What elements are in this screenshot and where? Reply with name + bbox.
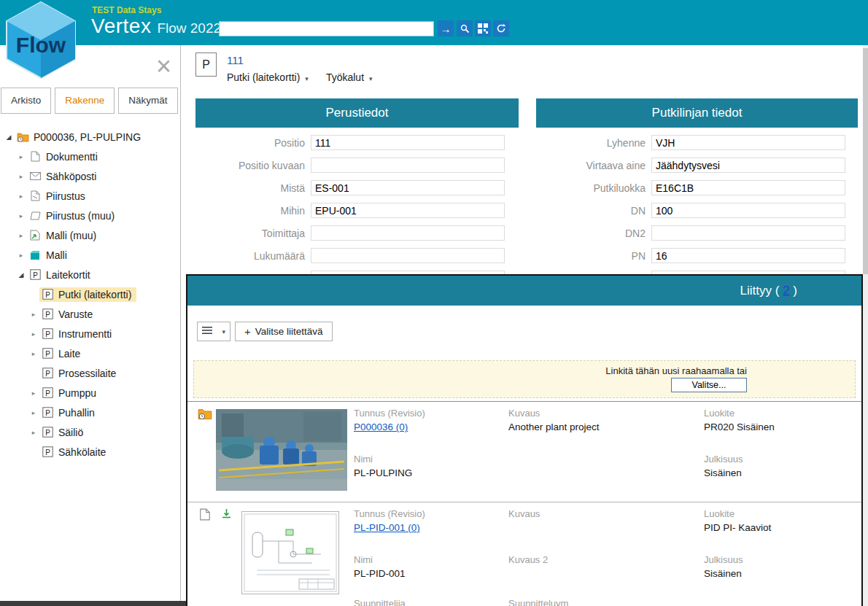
tree-item[interactable]: ▸ P Laite	[0, 343, 180, 363]
field-label: Mihin	[195, 205, 311, 217]
barcode-button[interactable]	[475, 20, 491, 36]
field-input[interactable]	[311, 225, 505, 241]
tree-item[interactable]: ▸ P Varuste	[0, 304, 180, 324]
close-icon[interactable]: ×	[156, 55, 171, 77]
tree-item[interactable]: ▸ P Puhallin	[0, 403, 180, 422]
field-input[interactable]	[311, 248, 505, 263]
tree-item[interactable]: ◢ P Laitekortit	[0, 265, 180, 284]
field-input[interactable]	[651, 158, 845, 173]
chevron-down-icon: ▾	[369, 75, 373, 82]
tree-expand-arrow[interactable]: ▸	[15, 252, 27, 259]
page-title: 111	[227, 54, 244, 66]
plant-thumbnail-image[interactable]	[216, 409, 347, 491]
tree-expand-arrow[interactable]: ▸	[28, 330, 39, 338]
card-type-dropdown[interactable]: Putki (laitekortti)▾	[227, 71, 309, 83]
refresh-button[interactable]	[493, 20, 509, 36]
item-tunnus-link[interactable]: PL-PID-001 (0)	[354, 522, 503, 535]
field-input[interactable]	[311, 158, 505, 173]
field-label: DN2	[536, 228, 651, 239]
tree-row-body[interactable]: Piirustus	[27, 189, 90, 203]
tree-row-body[interactable]: P Pumppu	[39, 386, 101, 400]
tree-row-body[interactable]: Piirustus (muu)	[27, 209, 120, 223]
tree-expand-arrow[interactable]: ▸	[15, 232, 27, 239]
tab-nakymat[interactable]: Näkymät	[118, 88, 177, 114]
tree-item[interactable]: P Prosessilaite	[0, 363, 180, 383]
tree-expand-arrow[interactable]: ◢	[3, 133, 15, 141]
tree-item[interactable]: ▸ P Instrumentti	[0, 324, 180, 343]
tree-item[interactable]: ▸ P Säiliö	[0, 422, 180, 442]
tree-item[interactable]: ▸ Piirustus (muu)	[0, 206, 180, 225]
field-input[interactable]	[651, 180, 845, 195]
search-go-button[interactable]: →	[438, 20, 454, 36]
tools-dropdown[interactable]: Työkalut▾	[326, 71, 373, 83]
search-button[interactable]	[457, 20, 473, 36]
tree-item[interactable]: ▸ Malli (muu)	[0, 225, 180, 245]
field-input[interactable]	[651, 248, 845, 263]
vertical-scrollbar[interactable]	[863, 45, 868, 606]
field-input[interactable]	[311, 203, 505, 218]
attach-button[interactable]: + Valitse liitettävä	[235, 322, 333, 341]
list-menu-button[interactable]: ▾	[197, 322, 230, 341]
tree-item[interactable]: ◢ P000036, PL-PULPING	[0, 127, 180, 147]
form-field-row: Mistä	[195, 180, 519, 195]
tree-expand-arrow[interactable]: ◢	[15, 271, 27, 279]
tree-expand-arrow[interactable]: ▸	[15, 173, 27, 180]
tree-row-body[interactable]: P Laitekortit	[27, 268, 96, 282]
tab-arkisto[interactable]: Arkisto	[1, 88, 51, 114]
tree-row-body[interactable]: Dokumentti	[27, 149, 103, 164]
tree-row-body[interactable]: P Putki (laitekortti)	[39, 287, 136, 302]
tree-expand-arrow[interactable]: ▸	[28, 311, 39, 318]
download-icon[interactable]	[221, 508, 232, 522]
choose-button[interactable]: Valitse...	[671, 378, 747, 392]
tab-rakenne[interactable]: Rakenne	[55, 88, 115, 114]
tree-row-body[interactable]: P000036, PL-PULPING	[15, 130, 146, 144]
tree-expand-arrow[interactable]: ▸	[15, 153, 27, 160]
global-search-input[interactable]	[219, 21, 434, 36]
tree-row-body[interactable]: Malli	[27, 248, 72, 263]
tree-expand-arrow[interactable]: ▸	[28, 409, 39, 416]
tree-row-body[interactable]: P Instrumentti	[39, 327, 117, 341]
tree-row-body[interactable]: Malli (muu)	[27, 228, 101, 243]
svg-text:P: P	[45, 370, 50, 378]
field-label: Luokite	[704, 508, 853, 520]
barcode-icon	[478, 23, 488, 34]
tree-row-body[interactable]: P Sähkölaite	[39, 445, 111, 459]
item-tunnus-link[interactable]: P000036 (0)	[354, 422, 503, 434]
tree-expand-arrow[interactable]: ▸	[15, 212, 27, 220]
tree-row-body[interactable]: P Laite	[39, 346, 85, 361]
tree-expand-arrow[interactable]: ▸	[28, 350, 39, 357]
flow-logo: Flow	[3, 0, 79, 80]
tree-row-body[interactable]: P Säiliö	[39, 425, 88, 440]
tree-row-body[interactable]: P Puhallin	[39, 405, 100, 420]
tree-item[interactable]: ▸ Dokumentti	[0, 147, 180, 166]
tree-item[interactable]: ▸ P Pumppu	[0, 383, 180, 403]
tree-row-body[interactable]: Sähköposti	[27, 169, 101, 184]
field-value: Sisäinen	[704, 568, 853, 580]
field-input[interactable]	[651, 203, 845, 218]
panel-fields: Positio Positio kuvaan Mistä Mihin Toimi…	[195, 128, 519, 286]
related-count-link[interactable]: 2	[783, 284, 789, 298]
field-input[interactable]	[311, 135, 505, 150]
field-input[interactable]	[651, 225, 845, 241]
tree-item[interactable]: P Sähkölaite	[0, 442, 180, 462]
field-input[interactable]	[311, 180, 505, 195]
item-column: Tunnus (Revisio) PL-PID-001 (0) Nimi PL-…	[354, 508, 503, 606]
pid-thumbnail-image[interactable]	[241, 511, 339, 594]
tree-item[interactable]: ▸ Piirustus	[0, 186, 180, 206]
field-input[interactable]	[651, 135, 845, 150]
tree-item[interactable]: ▸ Malli	[0, 245, 180, 265]
tree-row-body[interactable]: P Varuste	[39, 307, 98, 322]
tree-item[interactable]: ▸ Sähköposti	[0, 166, 180, 186]
tree-expand-arrow[interactable]: ▸	[28, 429, 39, 436]
tree-expand-arrow[interactable]: ▸	[28, 389, 39, 397]
p-card-icon: P	[41, 387, 54, 398]
tree-row-body[interactable]: P Prosessilaite	[39, 366, 121, 381]
tree-expand-arrow[interactable]: ▸	[15, 193, 27, 200]
related-item: Tunnus (Revisio) P000036 (0) Nimi PL-PUL…	[187, 401, 861, 502]
tree: ◢ P000036, PL-PULPING ▸ Dokumentti ▸ Säh…	[0, 127, 180, 462]
dropzone[interactable]: Linkitä tähän uusi raahaamalla tai Valit…	[193, 360, 856, 398]
card-type-icon: P	[195, 53, 217, 77]
scrollbar-thumb[interactable]	[863, 48, 868, 274]
tree-item-label: Laite	[58, 348, 80, 360]
tree-item[interactable]: P Putki (laitekortti)	[0, 284, 180, 304]
